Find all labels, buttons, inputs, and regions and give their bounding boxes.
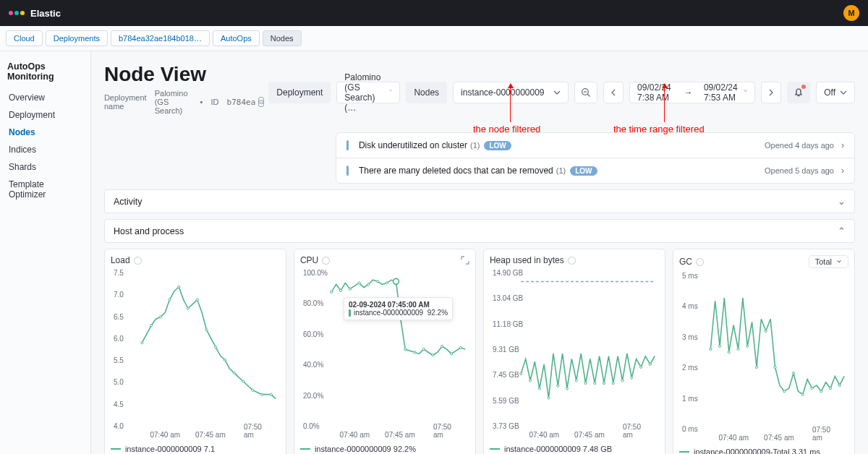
svg-point-22 <box>358 282 360 284</box>
notification-dot-icon <box>801 85 806 89</box>
svg-point-52 <box>718 345 720 347</box>
chevron-right-icon: › <box>841 166 844 176</box>
magnifier-minus-icon <box>581 87 591 98</box>
svg-point-36 <box>520 372 522 374</box>
node-selector[interactable]: instance-0000000009 <box>453 82 569 103</box>
svg-point-21 <box>349 288 351 290</box>
info-icon[interactable] <box>322 257 330 265</box>
chart-title: Load <box>111 255 130 265</box>
time-next-button[interactable] <box>761 82 781 103</box>
crumb-deployments[interactable]: Deployments <box>46 30 108 46</box>
svg-point-53 <box>728 351 730 354</box>
chevron-up-icon: ⌃ <box>838 226 846 236</box>
svg-point-10 <box>196 299 198 301</box>
time-range-selector[interactable]: 09/02/24 7:38 AM → 09/02/24 7:53 AM <box>629 82 755 103</box>
legend-item: instance-0000000009 92.2% <box>315 445 416 453</box>
notice-row[interactable]: There are many deleted docs that can be … <box>336 158 854 183</box>
svg-point-58 <box>774 366 776 368</box>
section-host[interactable]: Host and process⌃ <box>104 219 855 243</box>
chart-title: CPU <box>300 255 318 265</box>
crumb-nodes: Nodes <box>263 30 302 46</box>
svg-point-57 <box>765 330 767 332</box>
chart-card: Heap used in bytes3.73 GB5.59 GB7.45 GB9… <box>483 249 665 454</box>
expand-icon[interactable] <box>461 256 469 265</box>
svg-point-47 <box>621 380 624 382</box>
svg-point-4 <box>141 342 143 344</box>
copy-id-button[interactable]: ⧉ <box>258 97 264 107</box>
svg-point-37 <box>529 380 531 382</box>
sidebar-item-indices[interactable]: Indices <box>7 141 83 158</box>
svg-point-56 <box>755 366 757 368</box>
brand-label: Elastic <box>30 8 61 19</box>
nodes-label-chip: Nodes <box>406 82 447 103</box>
svg-point-34 <box>393 278 399 284</box>
chevron-down-icon <box>840 89 847 96</box>
deployment-selector[interactable]: Palomino (GS Search) (… <box>336 82 400 103</box>
svg-point-44 <box>594 382 596 384</box>
chart-mode-selector[interactable]: Total <box>809 255 848 268</box>
severity-badge: LOW <box>570 166 597 176</box>
svg-point-62 <box>811 387 813 390</box>
chart-card: Load4.04.55.05.56.06.57.07.507:40 am07:4… <box>104 249 286 454</box>
notice-title: There are many deleted docs that can be … <box>359 166 553 176</box>
notices-panel: Disk underutilized on cluster (1) LOW Op… <box>336 132 855 184</box>
page-title: Node View <box>104 63 264 86</box>
svg-point-5 <box>150 325 152 327</box>
svg-point-28 <box>413 351 415 354</box>
breadcrumb: Cloud Deployments b784ea32ae184b018… Aut… <box>0 26 868 51</box>
legend-item: instance-0000000009 7.1 <box>125 445 215 453</box>
sidebar: AutoOps Monitoring Overview Deployment N… <box>0 51 91 454</box>
chart-title: Heap used in bytes <box>490 255 564 265</box>
svg-point-46 <box>612 382 614 384</box>
chevron-left-icon <box>610 89 617 96</box>
svg-point-60 <box>792 372 794 374</box>
svg-point-18 <box>270 393 272 395</box>
brand[interactable]: Elastic <box>9 8 61 19</box>
info-icon[interactable] <box>568 257 576 265</box>
svg-point-17 <box>260 393 263 395</box>
notifications-button[interactable] <box>787 82 810 103</box>
svg-point-20 <box>339 289 341 291</box>
info-icon[interactable] <box>134 257 142 265</box>
svg-point-31 <box>441 345 443 347</box>
crumb-deployment-id[interactable]: b784ea32ae184b018… <box>111 30 210 46</box>
svg-point-48 <box>631 377 633 379</box>
svg-point-15 <box>242 380 244 382</box>
svg-point-41 <box>566 387 568 390</box>
chevron-down-icon <box>744 89 747 96</box>
svg-point-27 <box>404 348 407 351</box>
notice-title: Disk underutilized on cluster <box>359 140 467 150</box>
crumb-autoops[interactable]: AutoOps <box>213 30 260 46</box>
user-avatar[interactable]: M <box>843 5 859 21</box>
off-toggle[interactable]: Off <box>816 82 855 103</box>
sidebar-item-deployment[interactable]: Deployment <box>7 106 83 124</box>
svg-point-50 <box>649 363 651 365</box>
chevron-down-icon <box>553 89 561 96</box>
section-activity[interactable]: Activity⌄ <box>104 189 855 213</box>
svg-point-9 <box>187 307 189 309</box>
crumb-cloud[interactable]: Cloud <box>6 30 43 46</box>
svg-point-11 <box>205 329 208 331</box>
info-icon[interactable] <box>696 258 704 266</box>
svg-point-24 <box>376 280 378 283</box>
time-prev-button[interactable] <box>603 82 624 103</box>
svg-point-7 <box>169 299 171 301</box>
svg-line-1 <box>587 94 590 96</box>
svg-point-65 <box>838 384 841 386</box>
zoom-out-button[interactable] <box>574 82 597 103</box>
chevron-down-icon: ⌄ <box>838 196 846 207</box>
svg-point-63 <box>820 390 822 393</box>
legend-item: instance-0000000009-Total 3.31 ms <box>694 447 820 454</box>
sidebar-item-shards[interactable]: Shards <box>7 158 83 176</box>
svg-point-30 <box>432 354 434 356</box>
svg-point-43 <box>584 382 587 384</box>
notice-row[interactable]: Disk underutilized on cluster (1) LOW Op… <box>336 133 854 158</box>
sidebar-item-overview[interactable]: Overview <box>7 89 83 106</box>
svg-point-12 <box>215 346 217 348</box>
sidebar-item-nodes[interactable]: Nodes <box>7 124 83 141</box>
svg-point-38 <box>538 387 540 390</box>
svg-point-32 <box>450 353 452 355</box>
sidebar-item-template-optimizer[interactable]: Template Optimizer <box>7 176 83 203</box>
svg-point-25 <box>386 282 388 284</box>
chart-title: GC <box>679 257 692 267</box>
